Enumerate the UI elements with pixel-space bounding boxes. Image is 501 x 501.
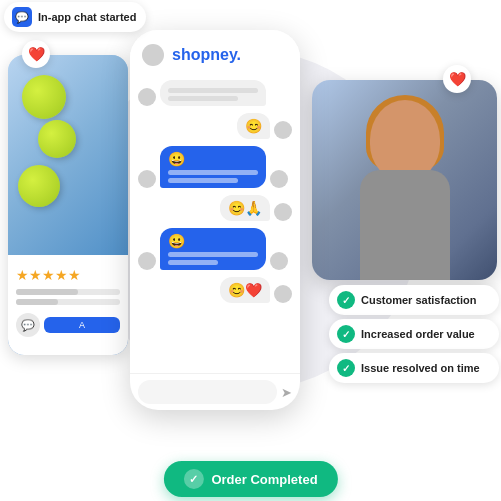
product-bar-inner-1 [16, 289, 78, 295]
product-bar-inner-2 [16, 299, 58, 305]
bubble-bar-1 [168, 88, 258, 93]
send-icon[interactable]: ➤ [281, 385, 292, 400]
product-bar-1 [16, 289, 120, 295]
order-completed-label: Order Completed [211, 472, 317, 487]
emoji-5: 😀 [168, 233, 185, 249]
benefit-badge-1: ✓ Increased order value [329, 319, 499, 349]
product-image [8, 55, 128, 255]
chat-avatar-1 [138, 88, 156, 106]
heart-icon-right: ❤️ [449, 71, 466, 87]
product-bar-2 [16, 299, 120, 305]
woman-silhouette [340, 90, 470, 280]
benefit-check-2: ✓ [337, 359, 355, 377]
order-check-icon: ✓ [183, 469, 203, 489]
chat-avatar-3 [138, 170, 156, 188]
chat-avatar-2 [274, 121, 292, 139]
emoji-3: 😀 [168, 151, 185, 167]
woman-head [370, 100, 440, 180]
chat-input-bar[interactable] [138, 380, 277, 404]
benefit-badge-0: ✓ Customer satisfaction [329, 285, 499, 315]
benefit-check-1: ✓ [337, 325, 355, 343]
tennis-ball-1 [22, 75, 66, 119]
chat-icon-product[interactable]: 💬 [16, 313, 40, 337]
benefit-label-1: Increased order value [361, 328, 475, 340]
emoji-4: 😊🙏 [228, 200, 262, 216]
tennis-ball-3 [18, 165, 60, 207]
chat-row-2: 😊 [138, 113, 292, 139]
phone-avatar [142, 44, 164, 66]
benefit-badge-2: ✓ Issue resolved on time [329, 353, 499, 383]
chat-row-3: 😀 [138, 146, 292, 188]
bubble-bar-5a [168, 252, 258, 257]
woman-body [360, 170, 450, 280]
chat-row-5: 😀 [138, 228, 292, 270]
chat-row-4: 😊🙏 [138, 195, 292, 221]
add-btn-row: 💬 A [16, 313, 120, 337]
bubble-bar-3b [168, 178, 238, 183]
heart-badge-right: ❤️ [443, 65, 471, 93]
chat-bubble-5: 😀 [160, 228, 266, 270]
heart-badge-left: ❤️ [22, 40, 50, 68]
chat-avatar-6 [274, 285, 292, 303]
chat-row-6: 😊❤️ [138, 277, 292, 303]
shopney-logo-text: shopney. [172, 46, 241, 63]
chat-body: 😊 😀 😊🙏 😀 [130, 74, 300, 373]
bubble-bar-5b [168, 260, 218, 265]
tennis-ball-2 [38, 120, 76, 158]
chat-avatar-4 [274, 203, 292, 221]
benefit-label-0: Customer satisfaction [361, 294, 477, 306]
bubble-bar-3a [168, 170, 258, 175]
chat-bubble-1 [160, 80, 266, 106]
chat-bubble-3: 😀 [160, 146, 266, 188]
emoji-6: 😊❤️ [228, 282, 262, 298]
add-to-cart-button[interactable]: A [44, 317, 120, 333]
order-completed-badge: ✓ Order Completed [163, 461, 337, 497]
phone-mockup: shopney. 😊 😀 [130, 30, 300, 410]
benefits-container: ✓ Customer satisfaction ✓ Increased orde… [329, 285, 499, 383]
photo-card [312, 80, 497, 280]
product-stars: ★★★★★ [16, 267, 120, 283]
chat-started-badge: 💬 In-app chat started [4, 2, 146, 32]
phone-header: shopney. [130, 30, 300, 74]
benefit-check-0: ✓ [337, 291, 355, 309]
photo-placeholder [312, 80, 497, 280]
product-card-bottom: ★★★★★ 💬 A [8, 255, 128, 355]
chat-avatar-5 [138, 252, 156, 270]
shopney-logo: shopney. [172, 46, 241, 64]
emoji-2: 😊 [245, 118, 262, 134]
chat-row-1 [138, 80, 292, 106]
benefit-label-2: Issue resolved on time [361, 362, 480, 374]
chat-bubble-4: 😊🙏 [220, 195, 270, 221]
chat-input-row: ➤ [130, 373, 300, 410]
bubble-bar-1b [168, 96, 238, 101]
chat-avatar-3b [270, 170, 288, 188]
chat-bubble-6: 😊❤️ [220, 277, 270, 303]
chat-bubble-2: 😊 [237, 113, 270, 139]
product-card: ★★★★★ 💬 A [8, 55, 128, 355]
chat-started-label: In-app chat started [38, 11, 136, 23]
chat-badge-icon: 💬 [12, 7, 32, 27]
heart-icon-left: ❤️ [28, 46, 45, 62]
chat-avatar-5b [270, 252, 288, 270]
